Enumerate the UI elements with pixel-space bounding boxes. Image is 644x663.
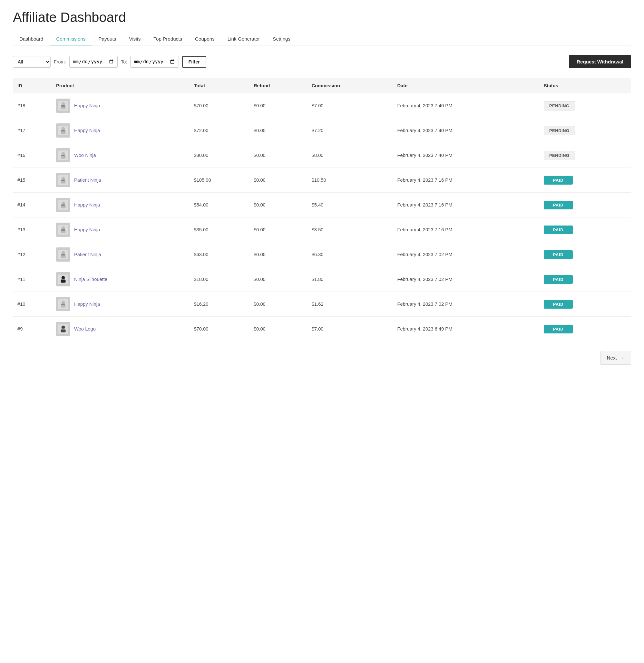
row-product: Patient Ninja <box>51 168 189 193</box>
product-link[interactable]: Happy Ninja <box>74 301 100 307</box>
row-date: February 4, 2023 7:16 PM <box>393 193 539 218</box>
svg-rect-15 <box>61 180 65 181</box>
row-date: February 4, 2023 7:02 PM <box>393 267 539 292</box>
row-commission: $3.50 <box>307 218 393 242</box>
svg-rect-39 <box>61 328 65 330</box>
svg-rect-3 <box>61 105 65 107</box>
product-thumbnail <box>56 148 70 162</box>
row-commission: $10.50 <box>307 168 393 193</box>
col-refund: Refund <box>249 78 307 93</box>
col-commission: Commission <box>307 78 393 93</box>
filter-button[interactable]: Filter <box>182 56 206 68</box>
row-date: February 4, 2023 7:40 PM <box>393 118 539 143</box>
svg-point-37 <box>62 326 65 329</box>
svg-rect-7 <box>61 130 65 132</box>
product-link[interactable]: Patient Ninja <box>74 252 101 257</box>
tab-coupons[interactable]: Coupons <box>188 33 221 45</box>
request-withdrawal-button[interactable]: Request Withdrawal <box>569 55 631 68</box>
product-link[interactable]: Woo Ninja <box>74 153 96 158</box>
status-filter-select[interactable]: AllPendingPaidRejected <box>13 56 51 68</box>
row-status: PAID <box>539 242 631 267</box>
table-row: #14 Happy Ninja$54.00$0.00$5.40February … <box>13 193 631 218</box>
row-date: February 4, 2023 7:02 PM <box>393 242 539 267</box>
product-link[interactable]: Happy Ninja <box>74 103 100 108</box>
row-total: $80.00 <box>189 143 249 168</box>
row-commission: $5.40 <box>307 193 393 218</box>
status-badge: PAID <box>544 201 573 209</box>
row-product: Ninja Silhouette <box>51 267 189 292</box>
tab-link-generator[interactable]: Link Generator <box>221 33 266 45</box>
product-thumbnail <box>56 173 70 187</box>
status-badge: PAID <box>544 226 573 234</box>
tab-top-products[interactable]: Top Products <box>147 33 188 45</box>
pagination: Next → <box>13 351 631 365</box>
row-id: #16 <box>13 143 51 168</box>
table-row: #9 Woo Logo$70.00$0.00$7.00February 4, 2… <box>13 317 631 342</box>
row-total: $105.00 <box>189 168 249 193</box>
col-total: Total <box>189 78 249 93</box>
row-refund: $0.00 <box>249 267 307 292</box>
row-date: February 4, 2023 7:40 PM <box>393 143 539 168</box>
table-row: #17 Happy Ninja$72.00$0.00$7.20February … <box>13 118 631 143</box>
row-id: #14 <box>13 193 51 218</box>
row-refund: $0.00 <box>249 93 307 118</box>
next-label: Next <box>607 355 617 361</box>
row-total: $18.00 <box>189 267 249 292</box>
svg-rect-31 <box>61 279 65 281</box>
row-date: February 4, 2023 7:02 PM <box>393 292 539 317</box>
row-total: $16.20 <box>189 292 249 317</box>
row-status: PAID <box>539 218 631 242</box>
product-link[interactable]: Happy Ninja <box>74 202 100 207</box>
svg-point-21 <box>62 227 65 230</box>
row-status: PENDING <box>539 93 631 118</box>
svg-point-13 <box>62 177 65 180</box>
row-product: Patient Ninja <box>51 242 189 267</box>
svg-point-29 <box>62 276 65 280</box>
product-link[interactable]: Ninja Silhouette <box>74 277 107 282</box>
row-product: Happy Ninja <box>51 218 189 242</box>
to-date-input[interactable] <box>130 56 179 67</box>
status-badge: PAID <box>544 300 573 308</box>
product-thumbnail <box>56 98 70 113</box>
tab-payouts[interactable]: Payouts <box>92 33 123 45</box>
row-id: #11 <box>13 267 51 292</box>
row-commission: $6.30 <box>307 242 393 267</box>
row-refund: $0.00 <box>249 168 307 193</box>
product-thumbnail <box>56 322 70 336</box>
row-product: Woo Logo <box>51 317 189 342</box>
table-row: #15 Patient Ninja$105.00$0.00$10.50Febru… <box>13 168 631 193</box>
tab-nav: DashboardCommissionsPayoutsVisitsTop Pro… <box>13 33 631 45</box>
row-product: Happy Ninja <box>51 93 189 118</box>
status-badge: PAID <box>544 275 573 284</box>
row-status: PENDING <box>539 143 631 168</box>
tab-visits[interactable]: Visits <box>123 33 147 45</box>
row-commission: $7.00 <box>307 317 393 342</box>
status-badge: PAID <box>544 325 573 334</box>
col-id: ID <box>13 78 51 93</box>
row-total: $35.00 <box>189 218 249 242</box>
table-row: #12 Patient Ninja$63.00$0.00$6.30Februar… <box>13 242 631 267</box>
product-link[interactable]: Happy Ninja <box>74 227 100 232</box>
svg-rect-27 <box>61 254 65 256</box>
page-title: Affiliate Dashboard <box>13 10 631 25</box>
product-link[interactable]: Happy Ninja <box>74 128 100 133</box>
to-label: To: <box>121 59 127 64</box>
tab-commissions[interactable]: Commissions <box>50 33 92 45</box>
next-arrow-icon: → <box>620 355 624 361</box>
svg-rect-23 <box>61 229 65 231</box>
from-date-input[interactable] <box>69 56 118 67</box>
tab-settings[interactable]: Settings <box>266 33 297 45</box>
svg-point-17 <box>62 202 65 205</box>
row-refund: $0.00 <box>249 193 307 218</box>
product-link[interactable]: Patient Ninja <box>74 178 101 183</box>
col-product: Product <box>51 78 189 93</box>
product-link[interactable]: Woo Logo <box>74 326 96 332</box>
row-refund: $0.00 <box>249 242 307 267</box>
tab-dashboard[interactable]: Dashboard <box>13 33 50 45</box>
row-status: PENDING <box>539 118 631 143</box>
table-row: #18 Happy Ninja$70.00$0.00$7.00February … <box>13 93 631 118</box>
product-thumbnail <box>56 247 70 261</box>
row-commission: $7.00 <box>307 93 393 118</box>
next-button[interactable]: Next → <box>600 351 631 365</box>
row-total: $72.00 <box>189 118 249 143</box>
